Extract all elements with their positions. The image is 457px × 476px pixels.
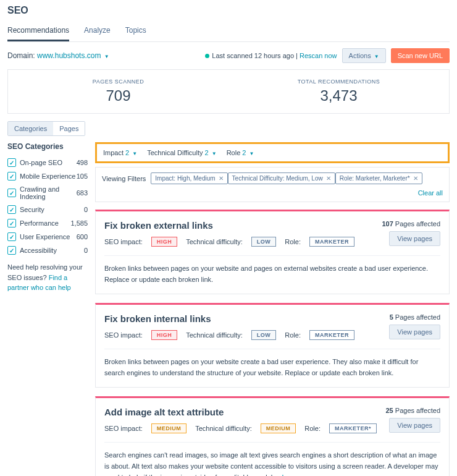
- close-icon[interactable]: ✕: [219, 175, 224, 182]
- toggle-categories[interactable]: Categories: [8, 122, 53, 135]
- chevron-down-icon: ▼: [249, 151, 254, 156]
- recommendation-card: Add image alt text attribute SEO impact:…: [95, 396, 450, 476]
- clear-all-link[interactable]: Clear all: [418, 189, 443, 197]
- sidebar-item[interactable]: Performance1,585: [7, 216, 88, 230]
- role-badge: MARKETER: [309, 330, 354, 340]
- view-pages-button[interactable]: View pages: [389, 231, 440, 246]
- domain-selector[interactable]: Domain: www.hubshots.com ▼: [7, 51, 109, 60]
- filter-chip: Role: Marketer, Marketer* ✕: [335, 172, 422, 184]
- page-title: SEO: [7, 5, 450, 16]
- checkbox-icon[interactable]: [7, 205, 16, 214]
- filter-dropdown[interactable]: Technical Difficulty 2 ▼: [147, 149, 216, 156]
- pages-scanned-label: PAGES SCANNED: [17, 79, 220, 85]
- view-pages-button[interactable]: View pages: [389, 325, 440, 339]
- actions-button[interactable]: Actions ▼: [342, 48, 386, 63]
- difficulty-badge: LOW: [251, 237, 277, 247]
- scan-status: Last scanned 12 hours ago | Rescan now: [205, 52, 337, 59]
- recommendation-card: Fix broken external links SEO impact: HI…: [95, 210, 450, 294]
- chevron-down-icon: ▼: [132, 151, 137, 156]
- learn-more-link[interactable]: Learn more ⧉: [282, 474, 322, 476]
- impact-badge: MEDIUM: [151, 423, 187, 433]
- close-icon[interactable]: ✕: [326, 175, 331, 182]
- total-recs-label: TOTAL RECOMMENDATIONS: [237, 79, 440, 85]
- sidebar-item[interactable]: On-page SEO498: [7, 156, 88, 169]
- scan-new-url-button[interactable]: Scan new URL: [391, 48, 450, 63]
- pages-affected: 107 Pages affected: [382, 220, 440, 227]
- rec-title: Fix broken external links: [104, 220, 354, 231]
- rec-title: Add image alt text attribute: [104, 407, 377, 417]
- toggle-pages[interactable]: Pages: [53, 122, 85, 135]
- rescan-link[interactable]: Rescan now: [300, 52, 337, 59]
- checkbox-icon[interactable]: [7, 158, 16, 167]
- filter-chip: Impact: High, Medium ✕: [151, 172, 227, 184]
- tab-topics[interactable]: Topics: [125, 21, 146, 41]
- checkbox-icon[interactable]: [7, 246, 16, 255]
- viewing-filters: Viewing Filters Impact: High, Medium ✕Te…: [95, 167, 450, 202]
- checkbox-icon[interactable]: [7, 172, 16, 181]
- role-badge: MARKETER*: [329, 423, 377, 433]
- tab-recommendations[interactable]: Recommendations: [7, 21, 69, 41]
- rec-title: Fix broken internal links: [104, 313, 354, 324]
- pages-affected: 5 Pages affected: [389, 313, 440, 321]
- difficulty-badge: LOW: [251, 330, 277, 340]
- view-pages-button[interactable]: View pages: [389, 418, 440, 433]
- sidebar-item[interactable]: Security0: [7, 203, 88, 216]
- sidebar-title: SEO Categories: [7, 142, 88, 151]
- impact-badge: HIGH: [151, 237, 178, 247]
- tabs: Recommendations Analyze Topics: [7, 21, 450, 42]
- status-dot-icon: [205, 54, 209, 58]
- close-icon[interactable]: ✕: [413, 175, 418, 182]
- filter-dropdown[interactable]: Role 2 ▼: [227, 149, 254, 156]
- sidebar: SEO Categories On-page SEO498Mobile Expe…: [7, 142, 88, 476]
- rec-description: Search engines can't read images, so ima…: [104, 442, 440, 476]
- filter-dropdown[interactable]: Impact 2 ▼: [103, 149, 137, 156]
- rec-description: Broken links between pages on your websi…: [104, 349, 440, 378]
- main-content: Impact 2 ▼Technical Difficulty 2 ▼Role 2…: [95, 142, 450, 476]
- sidebar-item[interactable]: Mobile Experience105: [7, 169, 88, 183]
- rec-description: Broken links between pages on your websi…: [104, 255, 440, 285]
- pages-affected: 25 Pages affected: [386, 407, 441, 414]
- impact-badge: HIGH: [151, 330, 178, 340]
- sidebar-help: Need help resolving your SEO issues? Fin…: [7, 262, 88, 293]
- sidebar-item[interactable]: Crawling and Indexing683: [7, 183, 88, 203]
- filter-dropdowns: Impact 2 ▼Technical Difficulty 2 ▼Role 2…: [95, 142, 450, 163]
- stats-panel: PAGES SCANNED 709 TOTAL RECOMMENDATIONS …: [7, 69, 450, 114]
- checkbox-icon[interactable]: [7, 189, 16, 197]
- checkbox-icon[interactable]: [7, 232, 16, 241]
- chevron-down-icon: ▼: [104, 54, 109, 59]
- chevron-down-icon: ▼: [212, 151, 217, 156]
- sidebar-item[interactable]: Accessibility0: [7, 244, 88, 257]
- recommendation-card: Fix broken internal links SEO impact: HI…: [95, 303, 450, 388]
- sidebar-item[interactable]: User Experience600: [7, 230, 88, 244]
- total-recs-value: 3,473: [237, 87, 440, 104]
- filter-chip: Technical Difficulty: Medium, Low ✕: [228, 172, 335, 184]
- view-toggle: Categories Pages: [7, 121, 85, 136]
- chevron-down-icon: ▼: [374, 54, 379, 59]
- checkbox-icon[interactable]: [7, 219, 16, 227]
- role-badge: MARKETER: [309, 237, 354, 247]
- difficulty-badge: MEDIUM: [261, 423, 296, 433]
- pages-scanned-value: 709: [17, 87, 220, 104]
- tab-analyze[interactable]: Analyze: [84, 21, 111, 41]
